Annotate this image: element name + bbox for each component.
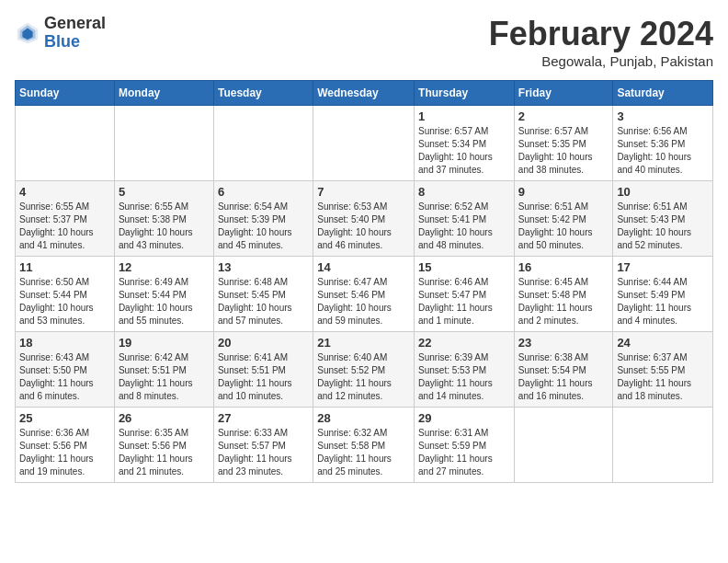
- logo-general-text: General: [44, 15, 106, 33]
- cell-w0-d0: [16, 106, 115, 181]
- day-number: 3: [617, 109, 709, 123]
- day-info: Sunrise: 6:32 AM Sunset: 5:58 PM Dayligh…: [317, 427, 410, 478]
- week-row-4: 25Sunrise: 6:36 AM Sunset: 5:56 PM Dayli…: [16, 408, 713, 483]
- logo-icon: [15, 20, 40, 46]
- day-number: 7: [317, 185, 410, 199]
- day-number: 25: [19, 411, 110, 425]
- day-info: Sunrise: 6:39 AM Sunset: 5:53 PM Dayligh…: [418, 351, 510, 403]
- day-info: Sunrise: 6:55 AM Sunset: 5:37 PM Dayligh…: [19, 201, 110, 252]
- day-number: 18: [19, 336, 110, 350]
- day-number: 1: [418, 109, 510, 123]
- cell-w2-d6: 17Sunrise: 6:44 AM Sunset: 5:49 PM Dayli…: [613, 257, 713, 332]
- cell-w4-d3: 28Sunrise: 6:32 AM Sunset: 5:58 PM Dayli…: [313, 408, 415, 483]
- cell-w4-d6: [613, 408, 713, 483]
- day-number: 27: [218, 411, 309, 425]
- day-number: 26: [119, 411, 210, 425]
- cell-w3-d4: 22Sunrise: 6:39 AM Sunset: 5:53 PM Dayli…: [415, 332, 515, 408]
- day-info: Sunrise: 6:43 AM Sunset: 5:50 PM Dayligh…: [19, 351, 110, 403]
- day-number: 6: [218, 185, 309, 199]
- cell-w0-d2: [213, 106, 313, 181]
- day-number: 9: [518, 185, 609, 199]
- cell-w3-d6: 24Sunrise: 6:37 AM Sunset: 5:55 PM Dayli…: [613, 332, 713, 408]
- day-info: Sunrise: 6:56 AM Sunset: 5:36 PM Dayligh…: [617, 125, 709, 177]
- day-number: 4: [19, 185, 110, 199]
- day-number: 13: [218, 260, 309, 274]
- title-block: February 2024 Begowala, Punjab, Pakistan: [489, 15, 713, 69]
- day-number: 12: [119, 260, 210, 274]
- cell-w2-d3: 14Sunrise: 6:47 AM Sunset: 5:46 PM Dayli…: [313, 257, 415, 332]
- header-thursday: Thursday: [415, 81, 515, 106]
- cell-w0-d4: 1Sunrise: 6:57 AM Sunset: 5:34 PM Daylig…: [415, 106, 515, 181]
- week-row-0: 1Sunrise: 6:57 AM Sunset: 5:34 PM Daylig…: [16, 106, 713, 181]
- cell-w1-d3: 7Sunrise: 6:53 AM Sunset: 5:40 PM Daylig…: [313, 181, 415, 257]
- calendar-header: Sunday Monday Tuesday Wednesday Thursday…: [16, 81, 713, 106]
- calendar-table: Sunday Monday Tuesday Wednesday Thursday…: [15, 80, 713, 483]
- cell-w1-d0: 4Sunrise: 6:55 AM Sunset: 5:37 PM Daylig…: [16, 181, 115, 257]
- day-number: 19: [119, 336, 210, 350]
- header-saturday: Saturday: [613, 81, 713, 106]
- header-friday: Friday: [514, 81, 613, 106]
- logo-blue-text: Blue: [44, 33, 106, 52]
- cell-w3-d0: 18Sunrise: 6:43 AM Sunset: 5:50 PM Dayli…: [16, 332, 115, 408]
- day-info: Sunrise: 6:52 AM Sunset: 5:41 PM Dayligh…: [418, 201, 510, 252]
- page-header: General Blue February 2024 Begowala, Pun…: [15, 15, 713, 69]
- day-info: Sunrise: 6:46 AM Sunset: 5:47 PM Dayligh…: [418, 276, 510, 327]
- logo-text: General Blue: [44, 15, 106, 52]
- cell-w2-d2: 13Sunrise: 6:48 AM Sunset: 5:45 PM Dayli…: [213, 257, 313, 332]
- cell-w1-d5: 9Sunrise: 6:51 AM Sunset: 5:42 PM Daylig…: [514, 181, 613, 257]
- day-info: Sunrise: 6:40 AM Sunset: 5:52 PM Dayligh…: [317, 351, 410, 403]
- cell-w4-d1: 26Sunrise: 6:35 AM Sunset: 5:56 PM Dayli…: [114, 408, 213, 483]
- day-info: Sunrise: 6:51 AM Sunset: 5:42 PM Dayligh…: [518, 201, 609, 252]
- day-number: 29: [418, 411, 510, 425]
- cell-w1-d1: 5Sunrise: 6:55 AM Sunset: 5:38 PM Daylig…: [114, 181, 213, 257]
- day-number: 22: [418, 336, 510, 350]
- cell-w1-d6: 10Sunrise: 6:51 AM Sunset: 5:43 PM Dayli…: [613, 181, 713, 257]
- week-row-2: 11Sunrise: 6:50 AM Sunset: 5:44 PM Dayli…: [16, 257, 713, 332]
- day-number: 17: [617, 260, 709, 274]
- day-info: Sunrise: 6:57 AM Sunset: 5:35 PM Dayligh…: [518, 125, 609, 177]
- day-number: 24: [617, 336, 709, 350]
- day-number: 20: [218, 336, 309, 350]
- cell-w4-d0: 25Sunrise: 6:36 AM Sunset: 5:56 PM Dayli…: [16, 408, 115, 483]
- calendar-body: 1Sunrise: 6:57 AM Sunset: 5:34 PM Daylig…: [16, 106, 713, 483]
- day-info: Sunrise: 6:55 AM Sunset: 5:38 PM Dayligh…: [119, 201, 210, 252]
- logo: General Blue: [15, 15, 106, 52]
- day-info: Sunrise: 6:37 AM Sunset: 5:55 PM Dayligh…: [617, 351, 709, 403]
- day-info: Sunrise: 6:50 AM Sunset: 5:44 PM Dayligh…: [19, 276, 110, 327]
- day-info: Sunrise: 6:35 AM Sunset: 5:56 PM Dayligh…: [119, 427, 210, 478]
- day-info: Sunrise: 6:41 AM Sunset: 5:51 PM Dayligh…: [218, 351, 309, 403]
- cell-w3-d2: 20Sunrise: 6:41 AM Sunset: 5:51 PM Dayli…: [213, 332, 313, 408]
- day-number: 11: [19, 260, 110, 274]
- day-info: Sunrise: 6:48 AM Sunset: 5:45 PM Dayligh…: [218, 276, 309, 327]
- header-wednesday: Wednesday: [313, 81, 415, 106]
- day-info: Sunrise: 6:54 AM Sunset: 5:39 PM Dayligh…: [218, 201, 309, 252]
- week-row-1: 4Sunrise: 6:55 AM Sunset: 5:37 PM Daylig…: [16, 181, 713, 257]
- day-number: 8: [418, 185, 510, 199]
- day-info: Sunrise: 6:42 AM Sunset: 5:51 PM Dayligh…: [119, 351, 210, 403]
- day-number: 15: [418, 260, 510, 274]
- cell-w0-d5: 2Sunrise: 6:57 AM Sunset: 5:35 PM Daylig…: [514, 106, 613, 181]
- cell-w1-d2: 6Sunrise: 6:54 AM Sunset: 5:39 PM Daylig…: [213, 181, 313, 257]
- day-info: Sunrise: 6:51 AM Sunset: 5:43 PM Dayligh…: [617, 201, 709, 252]
- day-info: Sunrise: 6:53 AM Sunset: 5:40 PM Dayligh…: [317, 201, 410, 252]
- day-info: Sunrise: 6:49 AM Sunset: 5:44 PM Dayligh…: [119, 276, 210, 327]
- cell-w0-d1: [114, 106, 213, 181]
- day-info: Sunrise: 6:44 AM Sunset: 5:49 PM Dayligh…: [617, 276, 709, 327]
- day-info: Sunrise: 6:31 AM Sunset: 5:59 PM Dayligh…: [418, 427, 510, 478]
- cell-w4-d5: [514, 408, 613, 483]
- cell-w3-d3: 21Sunrise: 6:40 AM Sunset: 5:52 PM Dayli…: [313, 332, 415, 408]
- day-number: 2: [518, 109, 609, 123]
- day-info: Sunrise: 6:38 AM Sunset: 5:54 PM Dayligh…: [518, 351, 609, 403]
- day-number: 23: [518, 336, 609, 350]
- day-number: 14: [317, 260, 410, 274]
- cell-w1-d4: 8Sunrise: 6:52 AM Sunset: 5:41 PM Daylig…: [415, 181, 515, 257]
- week-row-3: 18Sunrise: 6:43 AM Sunset: 5:50 PM Dayli…: [16, 332, 713, 408]
- cell-w2-d1: 12Sunrise: 6:49 AM Sunset: 5:44 PM Dayli…: [114, 257, 213, 332]
- day-number: 16: [518, 260, 609, 274]
- header-row: Sunday Monday Tuesday Wednesday Thursday…: [16, 81, 713, 106]
- day-info: Sunrise: 6:57 AM Sunset: 5:34 PM Dayligh…: [418, 125, 510, 177]
- day-info: Sunrise: 6:33 AM Sunset: 5:57 PM Dayligh…: [218, 427, 309, 478]
- month-title: February 2024: [489, 15, 713, 53]
- day-number: 28: [317, 411, 410, 425]
- cell-w3-d1: 19Sunrise: 6:42 AM Sunset: 5:51 PM Dayli…: [114, 332, 213, 408]
